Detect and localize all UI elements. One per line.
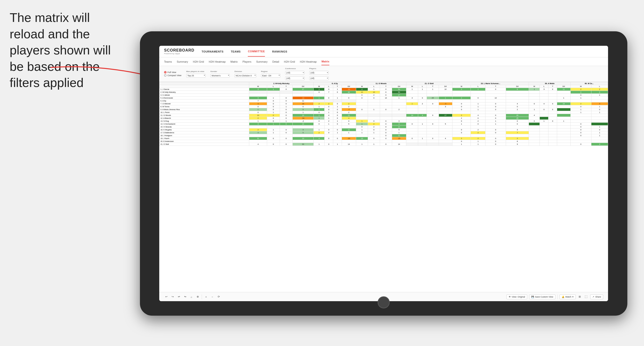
sub-nav-h2h-grid2[interactable]: H2H Grid bbox=[284, 58, 295, 65]
cell: 17 bbox=[439, 114, 452, 117]
nav-item-teams[interactable]: TEAMS bbox=[231, 47, 240, 56]
cell: 1 bbox=[356, 123, 368, 126]
cell bbox=[406, 111, 418, 114]
sub-nav-detail[interactable]: Detail bbox=[272, 58, 279, 65]
redo-icon[interactable]: ↪ bbox=[170, 295, 175, 299]
matrix-content[interactable]: 2. M Kelly Mulcahy 6. A Dy 11. G Woods 2… bbox=[159, 82, 608, 292]
watch-icon: 🔔 bbox=[562, 296, 564, 298]
watch-button[interactable]: 🔔 Watch ▾ bbox=[560, 294, 576, 299]
cell bbox=[471, 111, 486, 114]
tablet-device: SCOREBOARD Powered by clippd TOURNAMENTS… bbox=[140, 31, 627, 316]
cell bbox=[557, 131, 570, 134]
filter-region-wrapper[interactable]: East - DII West - DII (All) bbox=[261, 73, 280, 78]
cell bbox=[333, 140, 342, 143]
filter-conference-sub-select[interactable]: (All) bbox=[285, 76, 304, 80]
filter-gender-wrapper[interactable]: Women's Men's bbox=[210, 73, 230, 78]
cell: 0 bbox=[486, 137, 506, 140]
minus-icon[interactable]: − bbox=[210, 295, 214, 299]
nav-item-rankings[interactable]: RANKINGS bbox=[272, 47, 288, 56]
cell: 0 bbox=[570, 126, 592, 128]
reset-icon[interactable]: ⟳ bbox=[216, 295, 221, 299]
share-button[interactable]: ↗ Share bbox=[590, 294, 603, 299]
cell: 0 bbox=[452, 128, 471, 131]
nav-item-tournaments[interactable]: TOURNAMENTS bbox=[202, 47, 224, 56]
filter-players: Players (All) (All) bbox=[309, 67, 329, 80]
cell: 2 bbox=[314, 102, 324, 105]
filter-division-wrapper[interactable]: NCAA Division II NCAA Division I NCAA Di… bbox=[234, 73, 256, 78]
radio-compact-view[interactable]: Compact View bbox=[164, 74, 182, 77]
sub-l-5: L bbox=[471, 85, 486, 88]
cell: 4 bbox=[471, 114, 486, 117]
col-header-2: 6. A Dy bbox=[314, 82, 356, 85]
cell bbox=[540, 100, 548, 102]
filter-conference-sub-wrapper[interactable]: (All) bbox=[285, 76, 304, 80]
zoom-in-icon[interactable]: ⊕ bbox=[196, 295, 200, 299]
view-original-label: View: Original bbox=[512, 296, 525, 298]
filter-conference-select[interactable]: (All) bbox=[285, 71, 304, 75]
cell bbox=[486, 100, 506, 102]
view-original-button[interactable]: 👁 View: Original bbox=[506, 294, 527, 299]
cell bbox=[427, 134, 439, 137]
cell bbox=[356, 111, 368, 114]
sub-nav-players[interactable]: Players bbox=[242, 58, 252, 65]
col-header-6: 38. A Webb bbox=[529, 82, 570, 85]
filter-max-players-wrapper[interactable]: Top 25 Top 50 All bbox=[186, 73, 206, 78]
cell bbox=[486, 134, 506, 137]
sub-nav-h2h-grid[interactable]: H2H Grid bbox=[193, 58, 204, 65]
cell: 1 bbox=[368, 88, 380, 91]
save-custom-view-button[interactable]: 💾 Save Custom View bbox=[529, 294, 556, 299]
cell: 0 bbox=[368, 128, 380, 131]
player-name-stranda: 15. H Stranda bbox=[160, 126, 249, 128]
cell: 1 bbox=[592, 94, 608, 97]
sub-nav-summary2[interactable]: Summary bbox=[256, 58, 268, 65]
radio-full-view[interactable]: Full View bbox=[164, 71, 182, 73]
cell bbox=[540, 143, 548, 146]
forward-icon[interactable]: ↬ bbox=[183, 295, 187, 299]
filter-players-sub-wrapper[interactable]: (All) bbox=[309, 76, 329, 80]
sub-dif-4: Dif bbox=[439, 85, 452, 88]
grid-icon[interactable]: ⊞ bbox=[578, 295, 582, 299]
cell bbox=[418, 108, 427, 111]
cell bbox=[471, 134, 486, 137]
sub-nav-h2h-heatmap2[interactable]: H2H Heatmap bbox=[300, 58, 317, 65]
filter-gender-select[interactable]: Women's Men's bbox=[210, 74, 230, 78]
plus-icon[interactable]: + bbox=[204, 295, 208, 299]
cell bbox=[529, 105, 540, 108]
sub-nav-matrix[interactable]: Matrix bbox=[230, 58, 238, 65]
table-row: 15. H Stranda 0 2 0 11 bbox=[160, 126, 608, 128]
cell: 0 bbox=[267, 108, 280, 111]
cell: 10 bbox=[439, 88, 452, 91]
filter-region-select[interactable]: East - DII West - DII (All) bbox=[261, 74, 280, 78]
sub-nav-matrix2[interactable]: Matrix bbox=[322, 58, 329, 65]
cell bbox=[427, 100, 439, 102]
cell bbox=[540, 91, 548, 94]
sub-nav-h2h-heatmap[interactable]: H2H Heatmap bbox=[209, 58, 226, 65]
filter-players-select[interactable]: (All) bbox=[309, 71, 329, 75]
player-name-garcia: 1. J Garcia bbox=[160, 88, 249, 91]
nav-item-committee[interactable]: COMMITTEE bbox=[248, 46, 265, 57]
sub-nav-summary[interactable]: Summary bbox=[176, 58, 188, 65]
cell: 1 bbox=[570, 108, 592, 111]
cell bbox=[486, 126, 506, 128]
cell: 1 bbox=[592, 134, 608, 137]
filter-players-sub-select[interactable]: (All) bbox=[309, 76, 329, 80]
cell bbox=[368, 117, 380, 120]
cell bbox=[380, 117, 392, 120]
undo-icon[interactable]: ↩ bbox=[164, 295, 168, 299]
cell: 0 bbox=[280, 114, 292, 117]
fullscreen-icon[interactable]: ⛶ bbox=[584, 295, 588, 299]
tablet-home-button[interactable] bbox=[378, 296, 390, 308]
view-original-icon: 👁 bbox=[509, 296, 511, 298]
cell bbox=[471, 91, 486, 94]
filter-players-wrapper[interactable]: (All) bbox=[309, 70, 329, 75]
search-icon[interactable]: ⌕ bbox=[189, 295, 194, 299]
sub-nav-teams[interactable]: Teams bbox=[164, 58, 172, 65]
cell: 0 bbox=[486, 140, 506, 143]
cell: 3 bbox=[592, 102, 608, 105]
back-icon[interactable]: ↫ bbox=[176, 295, 181, 299]
table-row: 16. K Mcgaha 2 1 0 3 1 0 0 11 1 0 0 5 bbox=[160, 128, 608, 131]
cell bbox=[452, 126, 471, 128]
filter-division-select[interactable]: NCAA Division II NCAA Division I NCAA Di… bbox=[234, 74, 256, 78]
filter-conference-wrapper[interactable]: (All) bbox=[285, 70, 304, 75]
filter-max-players-select[interactable]: Top 25 Top 50 All bbox=[186, 74, 206, 78]
